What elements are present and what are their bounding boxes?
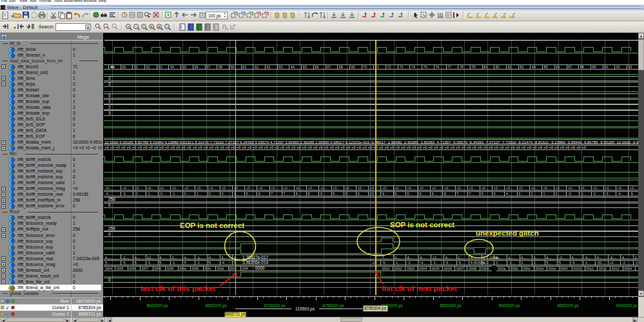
svg-text:+0....: +0....: [444, 186, 453, 190]
svg-text:8650000 ps: 8650000 ps: [206, 303, 227, 308]
svg-text:+0....: +0....: [580, 186, 589, 190]
svg-text:4....: 4....: [546, 256, 552, 260]
svg-text:87: 87: [568, 65, 572, 69]
svg-text:+0....: +0....: [456, 186, 465, 190]
svg-text:4....: 4....: [420, 256, 426, 260]
svg-text:5....: 5....: [135, 261, 141, 265]
svg-text:2....: 2....: [483, 261, 489, 265]
svg-text:+0....: +0....: [259, 186, 267, 190]
svg-text:-4....: -4....: [420, 261, 427, 265]
svg-text:+0....: +0....: [271, 186, 279, 190]
svg-text:-5....: -5....: [572, 261, 579, 265]
svg-text:-0....: -0....: [159, 192, 166, 196]
svg-text:59: 59: [230, 65, 234, 69]
svg-text:000f: 000f: [561, 267, 568, 270]
svg-text:83: 83: [520, 65, 523, 69]
svg-text:88: 88: [580, 65, 584, 69]
svg-text:0013: 0013: [611, 267, 619, 270]
svg-text:69: 69: [351, 65, 355, 69]
svg-text:5....: 5....: [233, 261, 240, 265]
svg-text:4....: 4....: [233, 192, 240, 196]
svg-text:1....: 1....: [197, 192, 203, 196]
svg-text:+0....: +0....: [345, 186, 353, 190]
svg-text:3.56206e-014: 3.56206e-014: [242, 260, 269, 265]
svg-text:-0....: -0....: [568, 192, 575, 196]
svg-text:4....: 4....: [521, 256, 527, 260]
svg-text:256: 256: [108, 197, 115, 202]
svg-text:50: 50: [122, 65, 126, 69]
svg-text:-: -: [135, 24, 137, 28]
svg-text:65: 65: [303, 65, 307, 69]
svg-text:6....: 6....: [259, 192, 265, 196]
svg-text:00f6: 00f6: [129, 267, 136, 270]
svg-text:0012: 0012: [599, 267, 607, 270]
svg-text:7....: 7....: [271, 192, 277, 196]
svg-text:+0....: +0....: [105, 186, 113, 190]
svg-text:-1....: -1....: [197, 256, 204, 260]
svg-text:5....: 5....: [184, 261, 191, 265]
svg-text:-5....: -5....: [458, 261, 465, 265]
svg-text:9....: 9....: [357, 192, 364, 196]
svg-text:6....: 6....: [481, 192, 487, 196]
svg-text:2: 2: [108, 105, 111, 109]
svg-text:7....: 7....: [456, 192, 463, 196]
svg-text:12....: 12....: [433, 256, 441, 260]
svg-text:+0....: +0....: [370, 186, 378, 190]
svg-text:+0....: +0....: [295, 186, 304, 190]
svg-text:□: □: [166, 24, 168, 28]
svg-text:5....: 5....: [546, 261, 552, 265]
svg-text:0011: 0011: [586, 267, 594, 270]
svg-text:84: 84: [532, 65, 536, 69]
svg-text:1.28837e-017: 1.28837e-017: [242, 255, 269, 260]
svg-text:-2....: -2....: [135, 192, 142, 196]
svg-text:55: 55: [182, 65, 186, 69]
svg-text:00f9: 00f9: [167, 267, 174, 270]
svg-text:76: 76: [435, 65, 439, 69]
svg-text:+0....: +0....: [221, 186, 229, 190]
svg-text:+0....: +0....: [333, 186, 341, 190]
svg-text:-2....: -2....: [433, 261, 440, 265]
svg-text:-2....: -2....: [622, 261, 629, 265]
svg-text:00fc: 00fc: [204, 267, 211, 270]
svg-text:85: 85: [544, 65, 548, 69]
svg-text:92: 92: [629, 65, 632, 69]
svg-text:0007: 0007: [456, 267, 464, 270]
svg-text:+0....: +0....: [543, 186, 551, 190]
svg-text:+0....: +0....: [382, 186, 391, 190]
svg-text:0009: 0009: [481, 267, 489, 270]
svg-text:2....: 2....: [209, 192, 215, 196]
svg-text:-1....: -1....: [171, 261, 179, 265]
svg-text:-1....: -1....: [395, 261, 402, 265]
svg-text:+0....: +0....: [494, 186, 502, 190]
svg-text:9000000 ps: 9000000 ps: [616, 303, 638, 308]
svg-text:73: 73: [399, 65, 403, 69]
svg-text:64: 64: [291, 65, 295, 69]
svg-text:+0....: +0....: [395, 186, 403, 190]
svg-text:000a: 000a: [498, 267, 506, 270]
svg-text:1....: 1....: [534, 261, 540, 265]
svg-text:4....: 4....: [572, 256, 578, 260]
svg-text:-1....: -1....: [147, 192, 154, 196]
svg-text:2: 2: [108, 82, 111, 86]
svg-text:+0....: +0....: [531, 186, 539, 190]
svg-text:00fb: 00fb: [192, 267, 199, 270]
svg-text:86: 86: [556, 65, 560, 69]
svg-text:4....: 4....: [105, 256, 112, 260]
svg-text:-3....: -3....: [605, 192, 612, 196]
svg-text:9....: 9....: [395, 192, 401, 196]
svg-text:-4....: -4....: [105, 192, 112, 196]
svg-text:+0....: +0....: [605, 186, 613, 190]
svg-text:-52....: -52....: [597, 261, 607, 265]
svg-text:89: 89: [592, 65, 596, 69]
svg-text:10.0000 9.95185 9.80785 9.5694: 10.0000 9.95185 9.80785 9.56940 9.23880 …: [104, 140, 638, 144]
svg-text:8750000 ps: 8750000 ps: [323, 303, 344, 308]
svg-text:90: 90: [604, 65, 608, 69]
svg-text:9....: 9....: [407, 192, 413, 196]
svg-text:+0....: +0....: [320, 186, 329, 190]
svg-text:000b: 000b: [511, 267, 518, 270]
svg-text:+0....: +0....: [630, 186, 638, 190]
svg-text:000d: 000d: [536, 267, 543, 270]
svg-text:82: 82: [508, 65, 512, 69]
svg-text:EOP is not correct: EOP is not correct: [180, 222, 244, 229]
svg-text:last clk of this packet: last clk of this packet: [141, 285, 215, 292]
